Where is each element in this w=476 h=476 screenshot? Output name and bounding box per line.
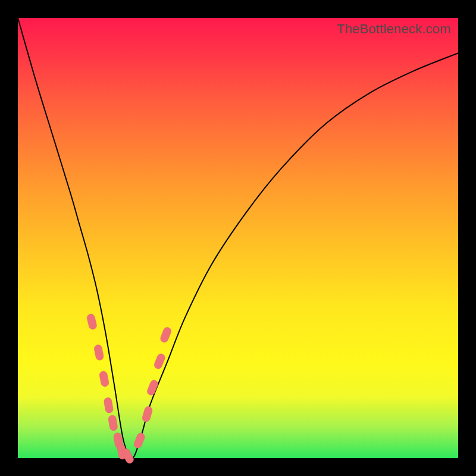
chart-svg (18, 18, 458, 458)
data-marker (108, 415, 118, 431)
data-marker (159, 326, 173, 343)
data-marker (99, 371, 109, 387)
data-marker (93, 344, 104, 361)
chart-frame: TheBottleneck.com (18, 18, 458, 458)
data-marker (153, 353, 166, 370)
marker-group (86, 313, 173, 464)
data-marker (133, 432, 146, 449)
data-marker (104, 397, 114, 414)
data-marker (86, 313, 98, 330)
bottleneck-curve (18, 18, 458, 458)
data-marker (142, 406, 154, 423)
